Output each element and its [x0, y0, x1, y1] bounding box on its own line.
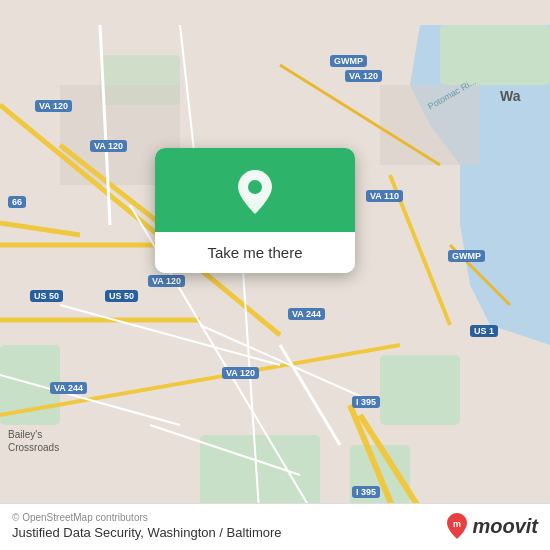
svg-rect-6 — [440, 25, 550, 85]
take-me-there-button[interactable]: Take me there — [155, 232, 355, 273]
road-label-va120-2: VA 120 — [90, 140, 127, 152]
svg-text:m: m — [453, 519, 461, 529]
road-label-i395-2: I 395 — [352, 486, 380, 498]
road-label-us50-2: US 50 — [105, 290, 138, 302]
road-label-va120-top: VA 120 — [345, 70, 382, 82]
washington-label: Wa — [500, 88, 520, 104]
bottom-bar: © OpenStreetMap contributors Justified D… — [0, 503, 550, 550]
map-background: Potomac Ri... — [0, 0, 550, 550]
location-name: Justified Data Security, Washington / Ba… — [12, 525, 282, 540]
road-label-gwmp-2: GWMP — [448, 250, 485, 262]
road-label-us50-1: US 50 — [30, 290, 63, 302]
road-label-66: 66 — [8, 196, 26, 208]
moovit-pin-icon: m — [446, 512, 468, 540]
road-label-i395-1: I 395 — [352, 396, 380, 408]
road-label-va120-1: VA 120 — [35, 100, 72, 112]
svg-rect-8 — [380, 85, 480, 165]
road-label-va244-1: VA 244 — [50, 382, 87, 394]
copyright-text: © OpenStreetMap contributors — [12, 512, 282, 523]
road-label-va110: VA 110 — [366, 190, 403, 202]
bailey-crossroads-label: Bailey'sCrossroads — [8, 428, 59, 454]
svg-rect-1 — [380, 355, 460, 425]
road-label-va120-4: VA 120 — [222, 367, 259, 379]
location-pin-icon — [235, 168, 275, 216]
popup-card: Take me there — [155, 148, 355, 273]
road-label-us1: US 1 — [470, 325, 498, 337]
popup-header — [155, 148, 355, 232]
road-label-va244-2: VA 244 — [288, 308, 325, 320]
map-container: Potomac Ri... VA 120 VA 120 VA 120 VA 12… — [0, 0, 550, 550]
road-label-gwmp: GWMP — [330, 55, 367, 67]
road-label-va120-3: VA 120 — [148, 275, 185, 287]
moovit-logo-text: moovit — [472, 515, 538, 538]
svg-point-31 — [248, 180, 262, 194]
bottom-bar-left: © OpenStreetMap contributors Justified D… — [12, 512, 282, 540]
moovit-logo: m moovit — [446, 512, 538, 540]
